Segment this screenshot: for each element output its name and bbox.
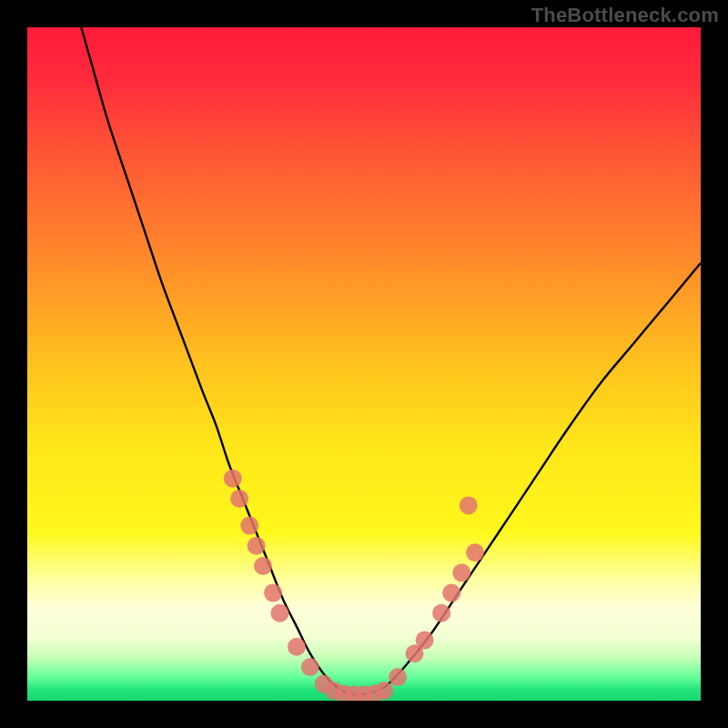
data-marker [288, 638, 306, 656]
data-marker [416, 631, 434, 649]
data-marker [248, 537, 266, 555]
data-marker [224, 470, 242, 488]
data-marker [466, 543, 484, 561]
plot-area [27, 27, 701, 701]
marker-group [224, 470, 484, 701]
data-marker [271, 604, 289, 622]
data-marker [254, 557, 272, 575]
data-marker [389, 668, 407, 686]
data-marker [432, 604, 450, 622]
data-marker [301, 658, 319, 676]
data-marker [240, 517, 258, 535]
data-marker [264, 584, 282, 602]
bottleneck-curve [81, 27, 701, 695]
chart-svg [27, 27, 701, 701]
watermark-text: TheBottleneck.com [531, 4, 719, 27]
data-marker [375, 682, 393, 700]
data-marker [230, 490, 248, 508]
data-marker [460, 496, 478, 514]
data-marker [442, 584, 460, 602]
data-marker [452, 563, 470, 581]
outer-frame: TheBottleneck.com [0, 0, 728, 728]
